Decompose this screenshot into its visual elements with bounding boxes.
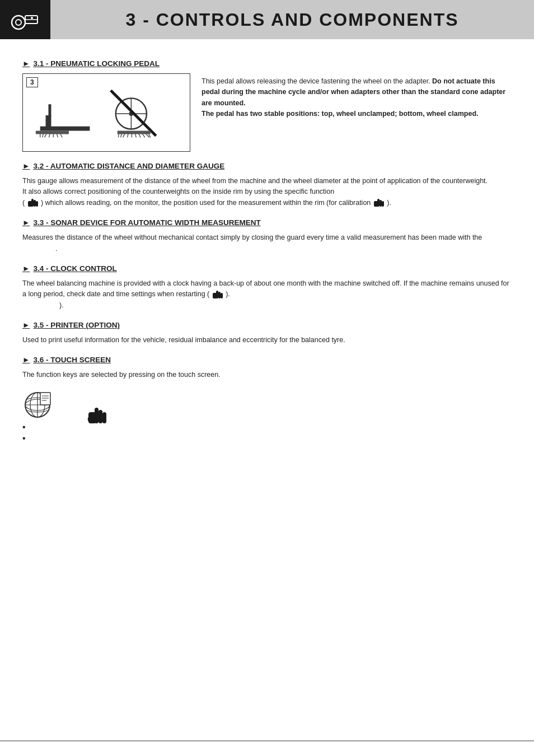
section-34-heading: ► 3.4 - CLOCK CONTROL bbox=[22, 264, 512, 273]
svg-rect-7 bbox=[49, 104, 51, 116]
globe-icon bbox=[22, 390, 53, 421]
section-35-body: Used to print useful information for the… bbox=[22, 335, 512, 346]
hand-icon-bottom-box bbox=[87, 405, 109, 427]
section-34-title: 3.4 - CLOCK CONTROL bbox=[33, 264, 116, 273]
arrow-35: ► bbox=[22, 321, 30, 329]
svg-point-4 bbox=[31, 17, 33, 19]
svg-rect-41 bbox=[216, 291, 218, 298]
arrow-31: ► bbox=[22, 59, 30, 68]
svg-rect-34 bbox=[34, 200, 36, 207]
machine-header-icon bbox=[8, 6, 42, 34]
pedal-description: This pedal allows releasing the device f… bbox=[202, 73, 512, 120]
page-content: ► 3.1 - PNEUMATIC LOCKING PEDAL 3 bbox=[0, 39, 534, 460]
page-footer bbox=[0, 740, 534, 756]
svg-rect-42 bbox=[218, 292, 221, 298]
arrow-33: ► bbox=[22, 218, 30, 227]
arrow-34: ► bbox=[22, 264, 30, 273]
section-35-title: 3.5 - PRINTER (OPTION) bbox=[33, 321, 120, 329]
section-31-title: 3.1 - PNEUMATIC LOCKING PEDAL bbox=[33, 59, 160, 68]
svg-rect-8 bbox=[36, 131, 69, 134]
arrow-32: ► bbox=[22, 162, 30, 170]
svg-rect-39 bbox=[382, 201, 384, 207]
inline-icon-32b bbox=[373, 199, 387, 207]
section-32-heading: ► 3.2 - AUTOMATIC DISTANCE AND DIAMETER … bbox=[22, 162, 512, 170]
svg-rect-35 bbox=[36, 201, 38, 207]
svg-point-1 bbox=[16, 20, 21, 25]
arrow-36: ► bbox=[22, 356, 30, 364]
hand-icon-32b bbox=[373, 198, 385, 208]
svg-rect-37 bbox=[377, 199, 380, 207]
bottom-icons: • • bbox=[22, 390, 512, 443]
pedal-section: 3 bbox=[22, 73, 512, 152]
page-title: 3 - CONTROLS AND COMPONENTS bbox=[125, 10, 458, 30]
section-31-heading: ► 3.1 - PNEUMATIC LOCKING PEDAL bbox=[22, 59, 512, 68]
svg-rect-55 bbox=[99, 410, 102, 423]
header-icon-box bbox=[0, 0, 50, 39]
globe-dot-2: • bbox=[22, 434, 26, 443]
section-33-title: 3.3 - SONAR DEVICE FOR AUTOMATIC WIDTH M… bbox=[33, 218, 260, 227]
hand-icon-34 bbox=[212, 290, 224, 300]
page-header: 3 - CONTROLS AND COMPONENTS bbox=[0, 0, 534, 39]
svg-rect-54 bbox=[95, 408, 99, 423]
pedal-number: 3 bbox=[26, 77, 38, 87]
svg-rect-49 bbox=[40, 393, 50, 405]
pedal-diagram: 3 bbox=[22, 73, 190, 152]
hand-icon-bottom bbox=[87, 405, 109, 426]
svg-rect-56 bbox=[102, 412, 106, 423]
svg-rect-38 bbox=[380, 200, 382, 207]
svg-rect-6 bbox=[46, 115, 51, 128]
pedal-desc-text: This pedal allows releasing the device f… bbox=[202, 77, 505, 118]
section-32-title: 3.2 - AUTOMATIC DISTANCE AND DIAMETER GA… bbox=[33, 162, 224, 170]
header-title-box: 3 - CONTROLS AND COMPONENTS bbox=[50, 0, 534, 39]
section-34-body: The wheel balancing machine is provided … bbox=[22, 278, 512, 311]
section-35-heading: ► 3.5 - PRINTER (OPTION) bbox=[22, 321, 512, 329]
pedal-svg-diagram bbox=[23, 74, 190, 151]
hand-icon-32a bbox=[27, 198, 39, 208]
svg-rect-43 bbox=[221, 293, 223, 298]
svg-point-0 bbox=[12, 16, 25, 29]
globe-dot-1: • bbox=[22, 423, 26, 432]
section-36-body: The function keys are selected by pressi… bbox=[22, 370, 512, 380]
inline-icon-32a: ( ) bbox=[22, 199, 43, 207]
section-33-body: Measures the distance of the wheel witho… bbox=[22, 232, 512, 254]
section-32-body: This gauge allows measurement of the dis… bbox=[22, 176, 512, 208]
svg-rect-33 bbox=[31, 199, 34, 207]
globe-icon-box: • • bbox=[22, 390, 53, 443]
section-36-title: 3.6 - TOUCH SCREEN bbox=[33, 356, 111, 364]
section-36-heading: ► 3.6 - TOUCH SCREEN bbox=[22, 356, 512, 364]
section-33-heading: ► 3.3 - SONAR DEVICE FOR AUTOMATIC WIDTH… bbox=[22, 218, 512, 227]
